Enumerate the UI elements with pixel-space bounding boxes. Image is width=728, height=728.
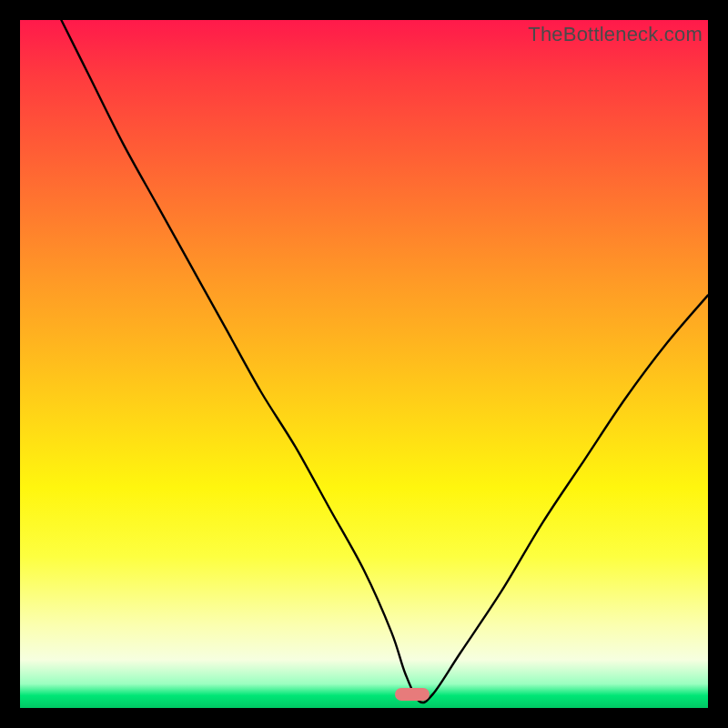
- bottleneck-curve: [20, 20, 708, 708]
- plot-area: TheBottleneck.com: [20, 20, 708, 708]
- watermark-text: TheBottleneck.com: [528, 23, 703, 46]
- chart-frame: TheBottleneck.com: [20, 20, 708, 708]
- curve-path: [61, 20, 708, 703]
- optimal-marker: [395, 688, 430, 701]
